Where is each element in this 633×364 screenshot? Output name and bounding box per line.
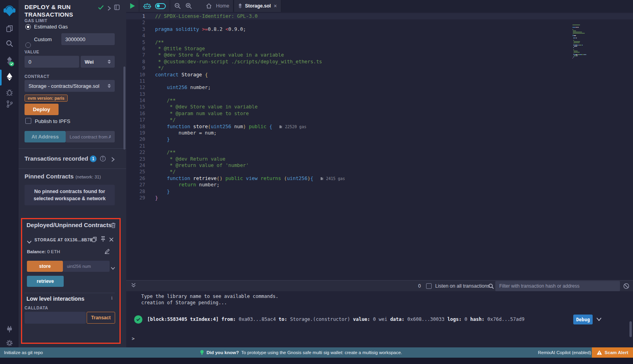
ai-copilot-robot-icon[interactable] [143, 2, 151, 9]
pinned-contracts-title: Pinned Contracts (network: 31) [25, 173, 101, 180]
debugger-icon[interactable] [0, 88, 19, 96]
solidity-compiler-icon[interactable] [0, 56, 19, 66]
terminal-filter-input[interactable] [495, 281, 620, 291]
contract-select-arrows-icon [108, 84, 111, 88]
value-input[interactable] [25, 56, 79, 68]
transactions-expand-icon[interactable] [111, 156, 115, 163]
edit-balance-icon[interactable] [104, 248, 110, 256]
home-label[interactable]: Home [216, 3, 229, 9]
value-unit: Wei [85, 59, 94, 65]
publish-ipfs-checkbox[interactable] [25, 118, 31, 124]
terminal-prompt[interactable]: > [132, 336, 135, 342]
tab-close-icon[interactable]: × [274, 3, 277, 9]
store-function-button[interactable]: store [27, 261, 63, 272]
debug-button[interactable]: Debug [573, 315, 593, 324]
low-level-title: Low level interactions [27, 296, 84, 302]
deploy-panel: DEPLOY & RUN TRANSACTIONS GAS LIMIT Esti… [19, 0, 126, 347]
icon-rail [0, 0, 19, 347]
search-icon[interactable] [0, 40, 19, 47]
publish-ipfs-label: Publish to IPFS [35, 118, 70, 124]
plugin-manager-icon[interactable] [0, 325, 19, 333]
at-address-button[interactable]: At Address [25, 131, 66, 142]
pinned-network: (network: 31) [76, 174, 101, 179]
store-expand-icon[interactable] [111, 264, 115, 271]
editor-minimap[interactable] [572, 25, 604, 59]
deploy-button[interactable]: Deploy [25, 104, 59, 115]
terminal-header: 0 Listen on all transactions [126, 280, 633, 291]
file-explorer-icon[interactable] [0, 25, 19, 32]
remix-logo-icon[interactable] [0, 4, 19, 17]
calldata-input[interactable] [25, 312, 86, 324]
balance-row: Balance: 0 ETH [27, 249, 60, 254]
copilot-status[interactable]: RemixAI Copilot (enabled) [538, 350, 591, 355]
bottom-strip [0, 358, 633, 364]
deployed-contract-header[interactable]: STORAGE AT 0X136...8B78 [34, 237, 92, 242]
listen-label: Listen on all transactions [435, 283, 490, 289]
calldata-label: CALLDATA [25, 305, 48, 310]
panel-scrollbar[interactable] [123, 66, 125, 150]
transactions-count-badge: 1 [90, 155, 97, 162]
transact-button[interactable]: Transact [87, 312, 115, 324]
contract-selected: Storage - contracts/Storage.sol [28, 83, 99, 89]
copilot-toggle[interactable] [155, 3, 166, 9]
main-area: Home Storage.sol × 1// SPDX-License-Iden… [126, 0, 633, 347]
contract-select[interactable]: Storage - contracts/Storage.sol [25, 80, 115, 92]
custom-gas-radio[interactable] [25, 42, 31, 48]
terminal-log: Type the library name to see available c… [141, 293, 279, 306]
run-group [126, 0, 139, 12]
listen-count: 0 [418, 283, 421, 289]
listen-checkbox[interactable] [426, 283, 432, 289]
tx-success-icon [134, 315, 142, 324]
warning-icon [597, 350, 602, 355]
at-address-input[interactable] [66, 131, 115, 142]
transactions-recorded-label: Transactions recorded [25, 155, 88, 162]
store-arg-input[interactable] [63, 261, 110, 272]
custom-gas-label: Custom [34, 36, 52, 42]
terminal-scrollbar[interactable] [629, 321, 632, 337]
copy-address-icon[interactable] [91, 236, 97, 244]
tx-log-text: [block:5583405 txIndex:4] from: 0xa03...… [147, 317, 525, 322]
divider [19, 169, 126, 169]
zoom-out-icon[interactable] [174, 2, 181, 9]
code-editor[interactable]: 1// SPDX-License-Identifier: GPL-3.023pr… [126, 12, 633, 280]
low-level-info-icon[interactable]: i [111, 295, 113, 301]
status-bar: Initialize as git repo Did you know? To … [0, 347, 633, 358]
home-icon[interactable] [206, 3, 212, 9]
solidity-file-icon [238, 3, 242, 9]
zoom-in-icon[interactable] [185, 2, 192, 9]
divider [25, 293, 115, 293]
editor-toolbar: Home Storage.sol × [126, 0, 633, 12]
value-unit-select[interactable]: Wei [81, 56, 115, 68]
retrieve-function-button[interactable]: retrieve [27, 276, 64, 287]
terminal-search-icon[interactable] [488, 283, 494, 289]
zoom-group: Home [170, 0, 233, 12]
custom-gas-input[interactable] [61, 33, 115, 45]
deployed-contracts-title: Deployed/Unpinned Contracts [27, 222, 112, 228]
run-script-icon[interactable] [130, 3, 135, 9]
tx-expand-icon[interactable] [596, 317, 602, 321]
trash-icon[interactable] [111, 222, 116, 230]
tab-label: Storage.sol [245, 3, 271, 9]
value-label: VALUE [25, 49, 39, 54]
divider [19, 148, 126, 149]
ai-group [139, 0, 170, 12]
git-icon[interactable] [0, 100, 19, 108]
pin-contract-icon[interactable] [100, 236, 106, 244]
remove-contract-icon[interactable] [109, 237, 114, 244]
gas-estimate-badge: 22520 gas [279, 125, 306, 129]
git-init-status[interactable]: Initialize as git repo [4, 350, 43, 355]
settings-gear-icon[interactable] [0, 339, 19, 347]
panel-title: DEPLOY & RUN TRANSACTIONS [25, 3, 96, 18]
pin-panel-icon[interactable] [114, 4, 120, 12]
tab-storage-sol[interactable]: Storage.sol × [234, 0, 281, 12]
estimated-gas-radio[interactable] [25, 24, 31, 30]
deploy-run-icon[interactable] [0, 72, 19, 81]
scam-alert-button[interactable]: Scam Alert [592, 347, 633, 358]
panel-forward-icon[interactable] [107, 5, 111, 12]
terminal[interactable]: Type the library name to see available c… [126, 291, 633, 347]
info-icon[interactable] [100, 155, 106, 163]
terminal-collapse-icon[interactable] [131, 282, 136, 290]
contract-collapse-icon[interactable] [27, 238, 32, 245]
clear-filter-ban-icon[interactable] [623, 283, 629, 289]
tx-log-row[interactable]: [block:5583405 txIndex:4] from: 0xa03...… [126, 315, 633, 325]
